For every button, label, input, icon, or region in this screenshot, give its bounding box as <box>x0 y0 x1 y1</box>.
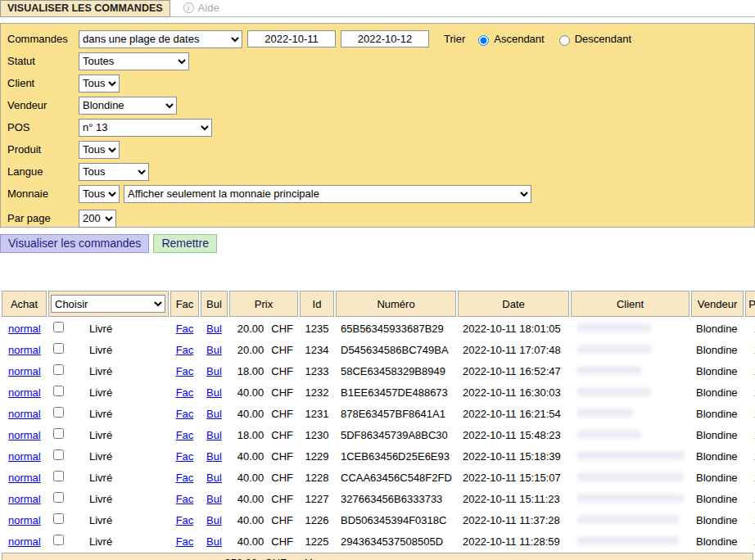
order-number: 2943634537508505D <box>336 531 456 551</box>
invoice-link[interactable]: Fac <box>176 408 194 420</box>
col-client: Client <box>571 291 689 317</box>
order-type-link[interactable]: normal <box>8 323 41 335</box>
client-cell[interactable] <box>571 425 689 445</box>
parpage-label: Par page <box>7 212 79 224</box>
status-label: Livré <box>87 489 169 508</box>
bulletin-link[interactable]: Bul <box>206 323 222 335</box>
table-row: normal Livré Fac Bul 40.00CHF 1227 32766… <box>2 489 755 508</box>
invoice-link[interactable]: Fac <box>176 514 194 526</box>
invoice-link[interactable]: Fac <box>176 493 194 505</box>
invoice-link[interactable]: Fac <box>176 450 194 463</box>
client-name-redacted <box>577 366 641 375</box>
row-checkbox[interactable] <box>53 407 64 418</box>
commandes-label: Commandes <box>7 33 79 45</box>
row-checkbox[interactable] <box>53 428 64 439</box>
monnaie-select[interactable]: Tous <box>79 185 120 203</box>
invoice-link[interactable]: Fac <box>176 472 194 484</box>
row-checkbox[interactable] <box>53 513 64 524</box>
bulletin-link[interactable]: Bul <box>206 472 222 484</box>
client-cell[interactable] <box>571 404 689 423</box>
client-cell[interactable] <box>571 340 689 359</box>
bulletin-link[interactable]: Bul <box>206 493 222 505</box>
langue-select[interactable]: Tous <box>79 163 149 181</box>
price-cell: 40.00CHF <box>229 489 298 508</box>
pos-number: 13 <box>745 340 755 359</box>
bulletin-link[interactable]: Bul <box>206 535 222 548</box>
parpage-select[interactable]: 200 <box>79 210 116 228</box>
order-type-link[interactable]: normal <box>8 493 41 505</box>
order-type-link[interactable]: normal <box>8 408 41 420</box>
order-number: 878E63457BF8641A1 <box>336 404 456 423</box>
order-type-link[interactable]: normal <box>8 472 41 484</box>
visualiser-button[interactable]: Visualiser les commandes <box>0 234 149 253</box>
client-name-redacted <box>577 430 641 439</box>
row-checkbox[interactable] <box>53 492 64 503</box>
bulk-action-select[interactable]: Choisir <box>51 295 165 313</box>
client-cell[interactable] <box>571 467 689 487</box>
bulletin-link[interactable]: Bul <box>206 344 222 356</box>
client-cell[interactable] <box>571 361 689 381</box>
row-checkbox[interactable] <box>53 449 64 460</box>
bulletin-link[interactable]: Bul <box>206 514 222 526</box>
order-type-link[interactable]: normal <box>8 535 41 548</box>
client-cell[interactable] <box>571 489 689 508</box>
client-select[interactable]: Tous <box>79 75 120 93</box>
filter-row-client: Client Tous <box>7 72 748 94</box>
price-cell: 40.00CHF <box>229 510 298 530</box>
bulletin-link[interactable]: Bul <box>206 365 222 377</box>
pos-select[interactable]: n° 13 <box>79 119 212 137</box>
order-number: 1CEB63456D25E6E93 <box>336 446 456 466</box>
table-row: normal Livré Fac Bul 18.00CHF 1233 58CE6… <box>2 361 755 381</box>
statut-select[interactable]: Toutes <box>79 52 189 70</box>
date-to-input[interactable] <box>341 30 429 47</box>
col-bul: Bul <box>201 291 228 317</box>
order-number: 327663456B6333733 <box>336 489 456 508</box>
order-date: 2022-10-11 16:30:03 <box>458 382 569 402</box>
status-label: Livré <box>87 446 169 466</box>
invoice-link[interactable]: Fac <box>176 386 194 399</box>
row-checkbox[interactable] <box>53 364 64 375</box>
table-row: normal Livré Fac Bul 40.00CHF 1231 878E6… <box>2 404 755 423</box>
client-cell[interactable] <box>571 446 689 466</box>
help-label: Aide <box>198 2 219 14</box>
row-checkbox[interactable] <box>53 471 64 481</box>
order-type-link[interactable]: normal <box>8 429 41 441</box>
row-checkbox[interactable] <box>53 386 64 396</box>
order-date: 2022-10-11 11:37:28 <box>458 510 569 530</box>
bulletin-link[interactable]: Bul <box>206 386 222 399</box>
orders-table: Achat Choisir Fac Bul Prix Id Numéro Dat… <box>0 289 755 553</box>
bulletin-link[interactable]: Bul <box>206 450 222 463</box>
help-link[interactable]: i Aide <box>183 2 219 14</box>
bulletin-link[interactable]: Bul <box>206 408 222 420</box>
remettre-button[interactable]: Remettre <box>153 234 217 253</box>
order-type-link[interactable]: normal <box>8 514 41 526</box>
sort-descending-radio[interactable] <box>559 35 570 46</box>
vendor-name: Blondine <box>691 340 744 359</box>
row-checkbox[interactable] <box>53 535 64 545</box>
bulletin-link[interactable]: Bul <box>206 429 222 441</box>
invoice-link[interactable]: Fac <box>176 429 194 441</box>
status-label: Livré <box>87 340 169 359</box>
invoice-link[interactable]: Fac <box>176 535 194 548</box>
invoice-link[interactable]: Fac <box>176 365 194 377</box>
commandes-mode-select[interactable]: dans une plage de dates <box>79 30 242 48</box>
row-checkbox[interactable] <box>53 322 64 332</box>
row-checkbox[interactable] <box>53 343 64 354</box>
order-type-link[interactable]: normal <box>8 386 41 399</box>
invoice-link[interactable]: Fac <box>176 344 194 356</box>
client-cell[interactable] <box>571 318 689 338</box>
order-type-link[interactable]: normal <box>8 365 41 377</box>
order-type-link[interactable]: normal <box>8 344 41 356</box>
monnaie-display-select[interactable]: Afficher seulement la monnaie principale <box>124 185 531 203</box>
date-from-input[interactable] <box>247 30 336 47</box>
vendeur-select[interactable]: Blondine <box>79 97 177 115</box>
client-cell[interactable] <box>571 510 689 530</box>
actions-bar: Visualiser les commandes Remettre <box>0 234 755 253</box>
client-cell[interactable] <box>571 382 689 402</box>
sort-ascending-radio[interactable] <box>478 35 489 46</box>
invoice-link[interactable]: Fac <box>176 323 194 335</box>
filter-row-produit: Produit Tous <box>7 138 748 160</box>
order-type-link[interactable]: normal <box>8 450 41 463</box>
client-cell[interactable] <box>571 531 689 551</box>
produit-select[interactable]: Tous <box>79 141 120 159</box>
